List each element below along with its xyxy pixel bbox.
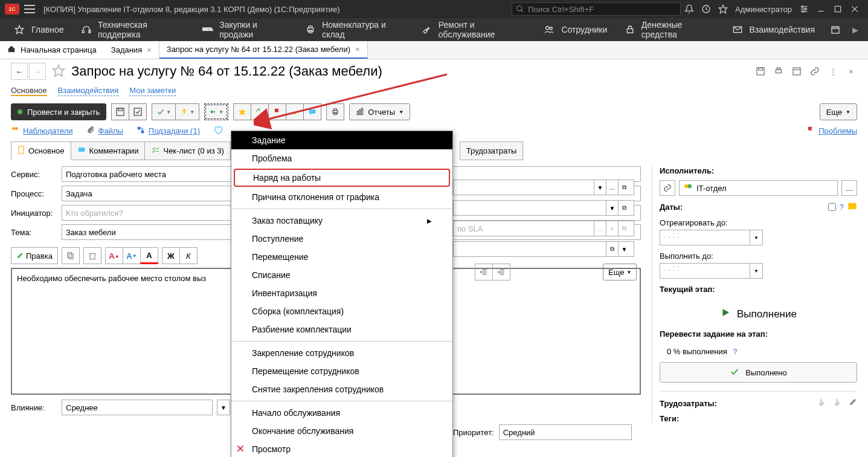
history-icon[interactable] — [698, 1, 715, 18]
dropdown-item-deviation[interactable]: Причина отклонения от графика — [231, 188, 452, 206]
save-button[interactable] — [111, 103, 129, 120]
dropdown-item-task[interactable]: Задание — [231, 131, 452, 149]
maximize-icon[interactable] — [829, 1, 846, 18]
field-dropdown-icon[interactable]: ▼ — [594, 180, 606, 195]
subtab-labor[interactable]: Трудозатраты — [460, 141, 523, 160]
post-and-close-button[interactable]: Провести и закрыть — [11, 103, 106, 120]
editor-more-button[interactable]: Еще▼ — [603, 264, 637, 280]
link-executor-button[interactable] — [660, 180, 675, 196]
tab-close-icon[interactable]: × — [147, 45, 152, 54]
font-decrease-button[interactable]: A▼ — [123, 247, 141, 264]
highlight-button[interactable] — [286, 103, 304, 120]
menu-calendar[interactable] — [823, 18, 847, 41]
field-clear-icon[interactable]: × — [606, 221, 618, 236]
field-open-icon[interactable]: ⧉ — [618, 201, 630, 215]
field-dropdown-icon[interactable]: ▼ — [618, 242, 630, 256]
observers-link[interactable]: Наблюдатели — [11, 126, 73, 136]
executor-more-button[interactable]: … — [841, 180, 857, 196]
hidden-field-4[interactable]: ⧉ ▼ — [453, 241, 634, 257]
minimize-icon[interactable] — [812, 1, 829, 18]
field-open-icon[interactable]: ⧉ — [618, 221, 630, 236]
pct-help-icon[interactable]: ? — [733, 347, 737, 356]
dropdown-item-unassign-emp[interactable]: Снятие закрепления сотрудников — [231, 380, 452, 398]
print-icon[interactable] — [773, 65, 785, 77]
menu-support[interactable]: Техническая поддержка — [72, 18, 194, 41]
dropdown-item-service-end[interactable]: Окончание обслуживания — [231, 422, 452, 440]
sla-field[interactable]: по SLA … × ⧉ — [453, 221, 634, 236]
dropdown-item-assign-emp[interactable]: Закрепление сотрудников — [231, 344, 452, 362]
hamburger-icon[interactable] — [24, 5, 35, 13]
help-icon[interactable]: ? — [840, 203, 844, 212]
nav-forward-button[interactable]: → — [29, 63, 46, 80]
field-open-icon[interactable]: ⧉ — [618, 180, 630, 195]
dropdown-item-problem[interactable]: Проблема — [231, 149, 452, 167]
edit-button[interactable]: Правка — [11, 247, 58, 264]
close-icon[interactable] — [846, 1, 863, 18]
hand2-icon[interactable] — [833, 398, 843, 409]
reports-button[interactable]: Отчеты ▼ — [349, 103, 410, 120]
dropdown-item-transfer[interactable]: Перемещение — [231, 248, 452, 266]
hidden-field-2[interactable]: ▼ ⧉ — [453, 200, 634, 216]
more-vert-icon[interactable]: ⋮ — [827, 65, 839, 77]
post-button[interactable] — [129, 103, 147, 120]
react-date-input[interactable]: . . : : — [660, 230, 750, 245]
chat-button[interactable] — [303, 103, 321, 120]
edit-pencil-icon[interactable] — [849, 398, 857, 409]
toolbar-more-button[interactable]: Еще ▼ — [820, 103, 857, 120]
bold-button[interactable]: Ж — [162, 247, 180, 264]
nav-back-button[interactable]: ← — [11, 63, 28, 80]
accept-toggle[interactable] — [213, 125, 223, 137]
dropdown-item-assembly[interactable]: Сборка (комплектация) — [231, 302, 452, 320]
dropdown-item-move-emp[interactable]: Перемещение сотрудников — [231, 362, 452, 380]
italic-button[interactable]: К — [179, 247, 198, 264]
favorite-star-icon[interactable] — [52, 64, 66, 79]
hidden-field-1[interactable]: ▼ … ⧉ — [453, 180, 634, 195]
menu-main[interactable]: Главное — [5, 18, 72, 41]
problems-link[interactable]: Проблемы — [806, 126, 857, 136]
subtab-main[interactable]: Основное — [11, 141, 71, 160]
close-panel-icon[interactable]: × — [845, 65, 857, 77]
add-favorite-button[interactable] — [233, 103, 251, 120]
menu-purchases[interactable]: Закупки и продажи — [194, 18, 297, 41]
due-date-input[interactable]: . . : : — [660, 263, 750, 279]
dropdown-item-inventory[interactable]: Инвентаризация — [231, 284, 452, 302]
due-date-dropdown[interactable]: ▼ — [750, 263, 763, 279]
field-open-icon[interactable]: ⧉ — [606, 242, 618, 256]
dropdown-item-supplier-order[interactable]: Заказ поставщику▶ — [231, 212, 452, 230]
tab-tasks[interactable]: Задания × — [104, 41, 159, 59]
note-icon[interactable] — [847, 202, 857, 212]
field-more-icon[interactable]: … — [606, 180, 618, 195]
menu-interactions[interactable]: Взаимодействия — [723, 18, 824, 41]
influence-dropdown-icon[interactable]: ▼ — [217, 400, 230, 415]
user-name[interactable]: Администратор — [731, 5, 796, 14]
dropdown-item-service-start[interactable]: Начало обслуживания — [231, 404, 452, 422]
section-main[interactable]: Основное — [11, 86, 47, 96]
tab-close-icon[interactable]: × — [355, 45, 360, 54]
flag-button[interactable] — [268, 103, 286, 120]
menu-money[interactable]: Денежные средства — [616, 18, 722, 41]
copy-button[interactable] — [62, 247, 80, 264]
dropdown-item-view[interactable]: Просмотр — [231, 440, 452, 457]
approve-button[interactable]: ▼ — [152, 103, 176, 120]
indent-button[interactable] — [492, 264, 510, 280]
upload-button[interactable]: ▼ — [175, 103, 199, 120]
print-button[interactable] — [326, 103, 344, 120]
menu-employees[interactable]: Сотрудники — [535, 18, 616, 41]
dropdown-item-receipt[interactable]: Поступление — [231, 230, 452, 248]
field-dropdown-icon[interactable]: ▼ — [606, 201, 618, 215]
subtab-checklist[interactable]: Чек-лист (0 из 3) — [144, 141, 230, 160]
delete-button[interactable] — [83, 247, 101, 264]
subtab-comments[interactable]: Комментарии — [71, 141, 146, 160]
react-date-dropdown[interactable]: ▼ — [750, 230, 763, 245]
dates-checkbox[interactable] — [828, 203, 836, 211]
field-more-icon[interactable]: … — [594, 221, 606, 236]
dropdown-item-writeoff[interactable]: Списание — [231, 266, 452, 284]
section-notes[interactable]: Мои заметки — [129, 86, 176, 96]
menu-stock[interactable]: Номенклатура и склад — [297, 18, 413, 41]
create-on-base-button[interactable]: ▼ — [204, 103, 228, 120]
global-search[interactable]: Поиск Ctrl+Shift+F — [512, 2, 681, 16]
save-icon[interactable] — [754, 65, 767, 77]
menu-repair[interactable]: Ремонт и обслуживание — [413, 18, 535, 41]
window-icon[interactable] — [791, 65, 803, 77]
subtasks-link[interactable]: Подзадачи (1) — [137, 126, 200, 136]
